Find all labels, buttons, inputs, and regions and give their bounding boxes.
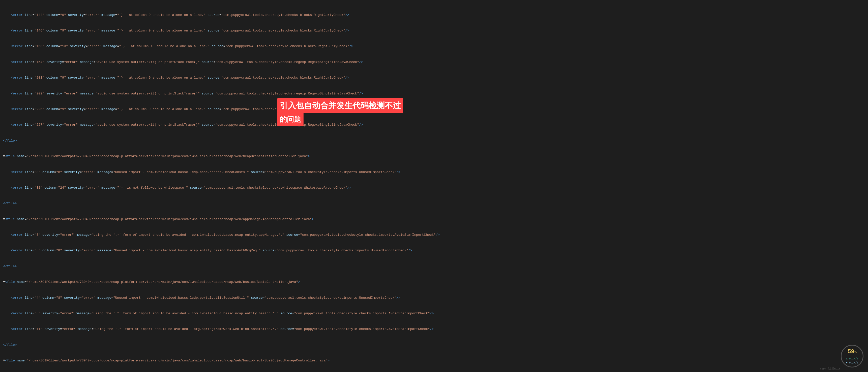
line: <error line="153" column="13" severity="… [3,44,865,49]
line: <error line="3" severity="error" message… [3,233,865,238]
line: <error line="202" severity="error" messa… [3,91,865,97]
line: ▼<file name="/home/ZCIPClient/workpath/7… [3,217,865,222]
network-upload: ▲ 0.1k/s [846,357,858,361]
line: <error line="227" severity="error" messa… [3,123,865,128]
line: <error line="31" column="24" severity="e… [3,185,865,191]
line: ▼<file name="/home/ZCIPClient/workpath/7… [3,358,865,364]
line: <error line="144" column="9" severity="e… [3,12,865,18]
line: ▼<file name="/home/ZCIPClient/workpath/7… [3,154,865,159]
line: <error line="4" column="8" severity="err… [3,296,865,301]
line: <error line="5" severity="error" message… [3,311,865,316]
line: </file> [3,138,865,143]
line: <error line="226" column="9" severity="e… [3,107,865,112]
line: <error line="3" column="8" severity="err… [3,170,865,175]
code-output: <error line="144" column="9" severity="e… [0,0,868,372]
network-percent-symbol: % [855,350,857,355]
copyright-text: CSDN @之后RuiY [820,367,840,371]
network-percent: 59 [847,347,854,356]
line: <error line="154" severity="error" messa… [3,60,865,65]
line: <error line="201" column="9" severity="e… [3,75,865,80]
network-download: ▼ 0.2k/s [846,361,858,365]
line: </file> [3,342,865,348]
network-widget: 59 % ▲ 0.1k/s ▼ 0.2k/s [841,345,864,368]
line: <error line="5" column="8" severity="err… [3,248,865,253]
line: <error line="11" severity="error" messag… [3,327,865,332]
line: ▼<file name="/home/ZCIPClient/workpath/7… [3,279,865,285]
line: </file> [3,264,865,269]
line: </file> [3,201,865,206]
line: <error line="146" column="9" severity="e… [3,28,865,34]
